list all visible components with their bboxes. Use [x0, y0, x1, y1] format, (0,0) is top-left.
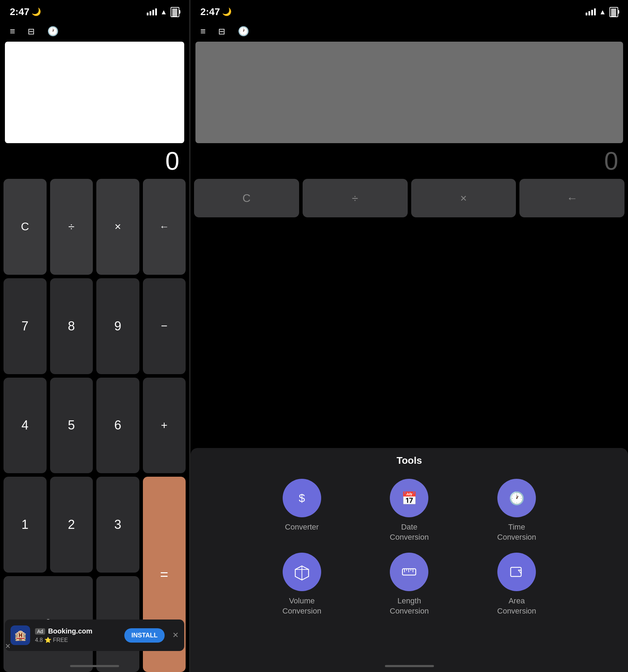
right-moon-icon: 🌙	[222, 7, 232, 16]
left-signal-icon	[147, 8, 157, 15]
btn-clear[interactable]: C	[4, 179, 47, 275]
tools-sheet: Tools $ Converter 📅 Date	[191, 448, 628, 672]
area-conversion-icon-circle	[497, 553, 536, 591]
ad-banner: 🏨 Ad Booking.com 4.8 ⭐ FREE INSTALL ✕	[5, 620, 184, 651]
area-conversion-label: Area Conversion	[497, 596, 536, 616]
left-top-nav: ≡ ⊟ 🕐	[0, 21, 189, 42]
right-btn-backspace[interactable]: ←	[519, 179, 624, 217]
left-result: 0	[0, 143, 189, 179]
right-btn-divide[interactable]: ÷	[303, 179, 408, 217]
left-moon-icon: 🌙	[32, 7, 41, 16]
ad-tag: Ad	[35, 628, 45, 635]
time-conversion-label: Time Conversion	[497, 522, 536, 542]
left-grid-icon[interactable]: ⊟	[28, 27, 35, 36]
btn-7[interactable]: 7	[4, 278, 47, 374]
volume-conversion-label: Volume Conversion	[282, 596, 321, 616]
btn-8[interactable]: 8	[50, 278, 93, 374]
tool-item-time-conversion[interactable]: 🕐 Time Conversion	[467, 479, 567, 542]
right-btn-multiply[interactable]: ×	[411, 179, 516, 217]
btn-divide[interactable]: ÷	[50, 179, 93, 275]
btn-6[interactable]: 6	[96, 378, 139, 474]
left-status-bar: 2:47 🌙 ▲ ▓	[0, 0, 189, 21]
left-history-icon[interactable]: 🕐	[47, 26, 58, 37]
ad-rating: 4.8 ⭐ FREE	[35, 637, 119, 643]
btn-minus[interactable]: −	[143, 278, 186, 374]
btn-1[interactable]: 1	[4, 477, 47, 573]
ad-info: Ad Booking.com 4.8 ⭐ FREE	[35, 627, 119, 643]
date-conversion-label: Date Conversion	[390, 522, 429, 542]
date-conversion-icon-circle: 📅	[390, 479, 428, 517]
right-btn-clear[interactable]: C	[194, 179, 299, 217]
right-status-icons: ▲ ▓	[586, 7, 618, 17]
converter-label: Converter	[285, 522, 319, 532]
right-status-bar: 2:47 🌙 ▲ ▓	[191, 0, 628, 21]
btn-plus[interactable]: +	[143, 378, 186, 474]
left-calc-buttons: C ÷ × ← 7 8 9 − 4 5 6 + 1 2 3 = 0 .	[0, 179, 189, 672]
right-battery-icon: ▓	[609, 7, 618, 17]
svg-text:$: $	[299, 492, 305, 504]
tool-item-area-conversion[interactable]: Area Conversion	[467, 553, 567, 616]
left-time: 2:47	[10, 6, 29, 18]
right-phone-panel: 2:47 🌙 ▲ ▓ ≡ ⊟ 🕐 0 C ÷ × ←	[191, 0, 628, 672]
left-status-icons: ▲ ▓	[147, 7, 179, 17]
ad-icon: 🏨	[11, 625, 30, 645]
tool-item-volume-conversion[interactable]: Volume Conversion	[252, 553, 352, 616]
volume-conversion-icon-circle	[283, 553, 321, 591]
tool-item-converter[interactable]: $ Converter	[252, 479, 352, 542]
btn-9[interactable]: 9	[96, 278, 139, 374]
btn-backspace[interactable]: ←	[143, 179, 186, 275]
right-home-indicator	[385, 665, 434, 667]
tools-title: Tools	[201, 455, 617, 466]
left-battery-icon: ▓	[171, 7, 179, 17]
btn-2[interactable]: 2	[50, 477, 93, 573]
btn-4[interactable]: 4	[4, 378, 47, 474]
right-display-box	[195, 42, 623, 143]
tools-grid: $ Converter 📅 Date Conversion 🕐	[252, 479, 567, 616]
svg-text:📅: 📅	[401, 491, 417, 506]
ad-install-button[interactable]: INSTALL	[124, 628, 165, 643]
right-result: 0	[191, 143, 628, 179]
right-signal-icon	[586, 8, 596, 15]
right-history-icon[interactable]: 🕐	[238, 26, 249, 37]
length-conversion-label: Length Conversion	[390, 596, 429, 616]
right-menu-icon[interactable]: ≡	[200, 26, 206, 37]
tool-item-date-conversion[interactable]: 📅 Date Conversion	[359, 479, 460, 542]
left-phone-panel: 2:47 🌙 ▲ ▓ ≡ ⊟ 🕐 0 C ÷ ×	[0, 0, 189, 672]
btn-3[interactable]: 3	[96, 477, 139, 573]
right-time: 2:47	[200, 6, 220, 18]
right-top-nav: ≡ ⊟ 🕐	[191, 21, 628, 42]
time-conversion-icon-circle: 🕐	[497, 479, 536, 517]
right-calc-partial-buttons: C ÷ × ←	[191, 179, 628, 217]
btn-multiply[interactable]: ×	[96, 179, 139, 275]
right-wifi-icon: ▲	[599, 8, 606, 16]
left-wifi-icon: ▲	[160, 8, 167, 16]
right-grid-icon[interactable]: ⊟	[218, 27, 225, 36]
left-home-indicator	[70, 665, 119, 667]
tool-item-length-conversion[interactable]: Length Conversion	[359, 553, 460, 616]
left-menu-icon[interactable]: ≡	[10, 26, 15, 37]
btn-5[interactable]: 5	[50, 378, 93, 474]
ad-close-icon[interactable]: ✕	[172, 631, 179, 640]
svg-text:🕐: 🕐	[509, 491, 525, 506]
length-conversion-icon-circle	[390, 553, 428, 591]
left-display-box	[5, 42, 184, 143]
ad-corner-x-icon[interactable]: ✕	[5, 642, 11, 650]
converter-icon-circle: $	[283, 479, 321, 517]
ad-name: Booking.com	[48, 627, 92, 635]
